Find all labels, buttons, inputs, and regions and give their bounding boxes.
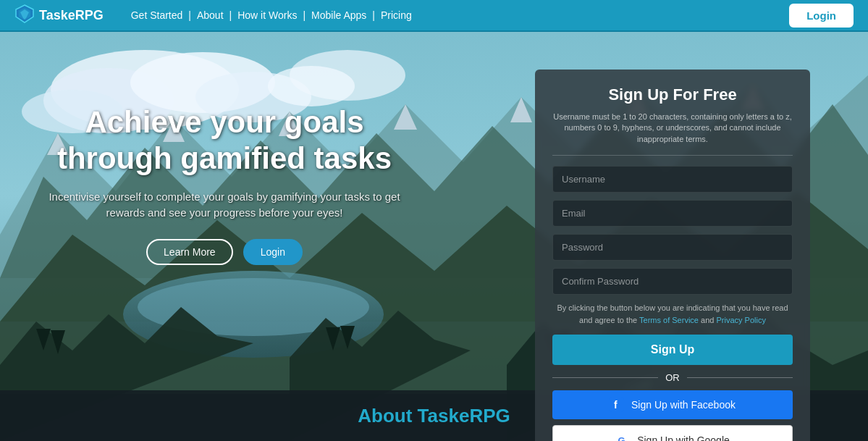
or-line-right xyxy=(687,377,793,378)
svg-text:f: f xyxy=(614,399,618,411)
svg-point-10 xyxy=(268,66,355,106)
navbar-links: Get Started | About | How it Works | Mob… xyxy=(125,9,789,21)
google-btn-label: Sign Up with Google xyxy=(637,434,730,441)
svg-text:G: G xyxy=(618,435,625,441)
nav-get-started[interactable]: Get Started xyxy=(125,9,189,21)
logo[interactable]: TaskeRPG xyxy=(14,4,104,28)
google-icon: G xyxy=(615,433,630,441)
facebook-signup-button[interactable]: f Sign Up with Facebook xyxy=(552,390,793,419)
cta-buttons: Learn More Login xyxy=(29,239,420,265)
signup-subtitle: Username must be 1 to 20 characters, con… xyxy=(552,112,793,145)
password-input[interactable] xyxy=(552,234,793,261)
hero-login-button[interactable]: Login xyxy=(243,239,303,265)
hero-content: Achieve your goals through gamified task… xyxy=(29,104,420,265)
about-title: About TaskeRPG xyxy=(358,405,510,427)
nav-pricing[interactable]: Pricing xyxy=(375,9,418,21)
signup-button[interactable]: Sign Up xyxy=(552,335,793,365)
username-input[interactable] xyxy=(552,166,793,193)
email-input[interactable] xyxy=(552,200,793,227)
heading-line2: through gamified tasks xyxy=(57,141,392,175)
heading-line1: Achieve your goals xyxy=(85,105,363,139)
or-divider: OR xyxy=(552,372,793,383)
hero-heading: Achieve your goals through gamified task… xyxy=(29,104,420,177)
signup-panel: Sign Up For Free Username must be 1 to 2… xyxy=(535,70,810,441)
google-signup-button[interactable]: G Sign Up with Google xyxy=(552,425,793,441)
background: Achieve your goals through gamified task… xyxy=(0,32,868,441)
or-text: OR xyxy=(665,372,680,383)
facebook-btn-label: Sign Up with Facebook xyxy=(631,399,736,411)
form-divider xyxy=(552,155,793,156)
nav-mobile-apps[interactable]: Mobile Apps xyxy=(306,9,372,21)
nav-about[interactable]: About xyxy=(191,9,229,21)
privacy-link[interactable]: Privacy Policy xyxy=(716,316,765,324)
navbar: TaskeRPG Get Started | About | How it Wo… xyxy=(0,0,868,32)
terms-link[interactable]: Terms of Service xyxy=(639,316,699,324)
signup-title: Sign Up For Free xyxy=(552,85,793,104)
confirm-password-input[interactable] xyxy=(552,268,793,295)
hero-subtext: Incentivise yourself to complete your go… xyxy=(29,189,420,222)
terms-text: By clicking the button below you are ind… xyxy=(552,302,793,326)
learn-more-button[interactable]: Learn More xyxy=(146,239,233,265)
navbar-login-button[interactable]: Login xyxy=(789,4,854,28)
or-line-left xyxy=(552,377,658,378)
nav-how-it-works[interactable]: How it Works xyxy=(232,9,303,21)
logo-text: TaskeRPG xyxy=(39,8,104,23)
shield-icon xyxy=(14,4,35,28)
facebook-icon: f xyxy=(610,398,624,412)
